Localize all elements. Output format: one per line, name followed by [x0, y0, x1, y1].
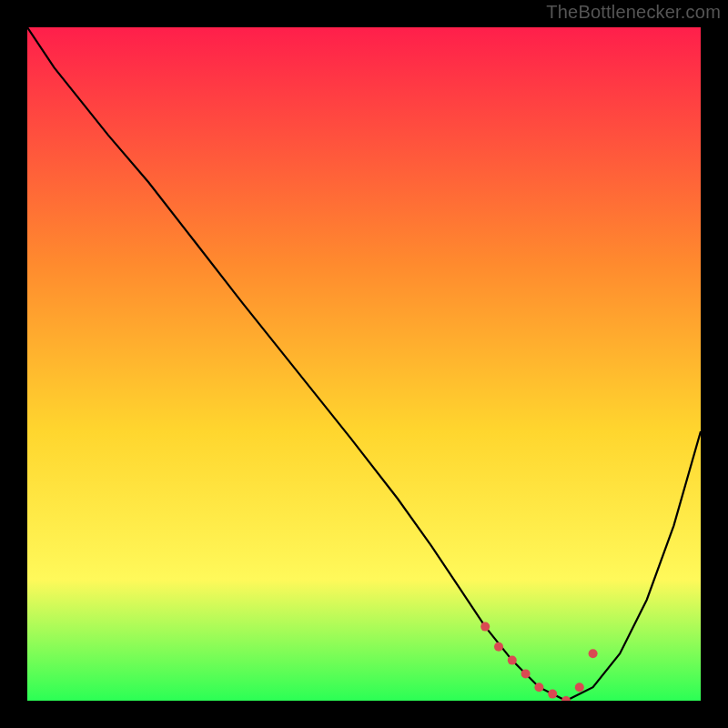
- chart-container: TheBottlenecker.com: [0, 0, 728, 728]
- marker-point: [589, 649, 598, 658]
- marker-point: [480, 622, 490, 632]
- bottleneck-chart: [27, 27, 701, 701]
- marker-point: [534, 682, 543, 692]
- marker-point: [521, 669, 531, 678]
- watermark-text: TheBottlenecker.com: [546, 2, 721, 23]
- gradient-background: [27, 27, 701, 701]
- marker-point: [548, 690, 557, 699]
- marker-point: [494, 642, 503, 652]
- marker-point: [508, 656, 517, 665]
- marker-point: [575, 682, 584, 692]
